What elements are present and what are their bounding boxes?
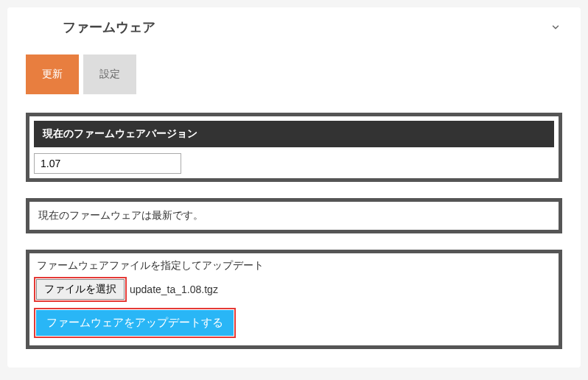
card-header[interactable]: ファームウェア [7,7,581,43]
version-section: 現在のファームウェアバージョン [26,113,562,182]
tab-settings[interactable]: 設定 [83,54,136,94]
selected-file-name: update_ta_1.08.tgz [130,284,218,295]
update-firmware-button[interactable]: ファームウェアをアップデートする [36,310,234,336]
version-field[interactable] [34,153,181,174]
highlight-file-button: ファイルを選択 [34,277,127,302]
upload-label: ファームウェアファイルを指定してアップデート [34,259,554,272]
card-body: 更新 設定 現在のファームウェアバージョン 現在のファームウェアは最新です。 フ… [7,43,581,367]
chevron-down-icon [549,21,562,34]
version-section-header: 現在のファームウェアバージョン [34,121,554,147]
page-title: ファームウェア [63,18,155,36]
status-box: 現在のファームウェアは最新です。 [26,198,562,233]
choose-file-button[interactable]: ファイルを選択 [36,279,125,300]
status-message: 現在のファームウェアは最新です。 [38,209,203,221]
highlight-update-button: ファームウェアをアップデートする [34,308,236,338]
tab-update[interactable]: 更新 [26,54,79,94]
tabs: 更新 設定 [26,54,562,94]
upload-section: ファームウェアファイルを指定してアップデート ファイルを選択 update_ta… [26,250,562,349]
file-row: ファイルを選択 update_ta_1.08.tgz [34,277,554,302]
firmware-card: ファームウェア 更新 設定 現在のファームウェアバージョン 現在のファームウェア… [7,7,581,367]
version-section-content [34,147,554,174]
